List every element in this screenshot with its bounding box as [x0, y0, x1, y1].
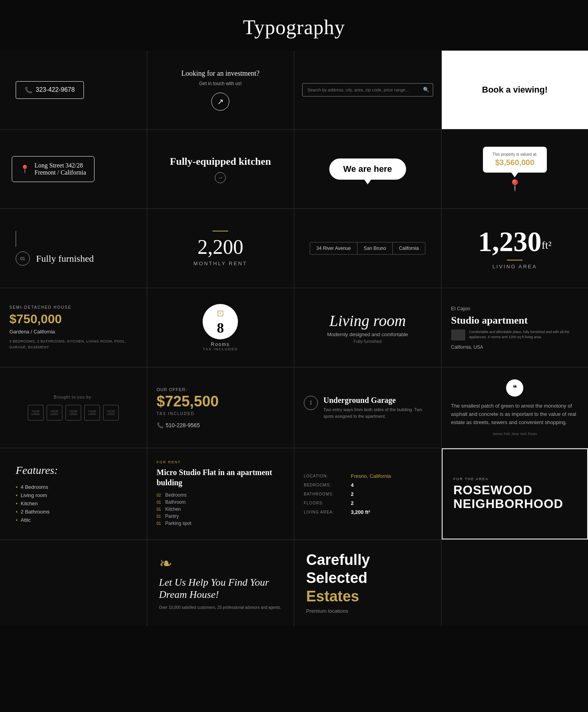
studio-title: Studio apartment — [451, 315, 528, 326]
spec-area: LIVING AREA: 3,200 ft² — [304, 509, 370, 515]
rent-line — [212, 231, 228, 231]
logo-2: YOUR LOGO — [47, 405, 62, 421]
cell-dream: ❧ Let Us Help You Find Your Dream House!… — [147, 540, 294, 626]
carefully-estates: Estates — [306, 588, 359, 605]
explore-icon: → — [218, 175, 223, 181]
cell-neighborhood: FOR THE AREA ROSEWOOD NEIGHBORHOOD — [442, 448, 588, 539]
sqft-value: 1,230 — [478, 226, 542, 257]
micro-text-4: Pantry — [165, 514, 179, 519]
cell-empty-1 — [0, 540, 147, 626]
rooms-icon: ⊡ — [217, 308, 224, 319]
explore-button[interactable]: → — [215, 172, 226, 183]
offer-tax: TAX INCLUDED — [157, 412, 195, 416]
cell-micro: FOR RENT Micro Studio Flat in an apartme… — [147, 448, 294, 539]
rooms-label: Rooms — [211, 342, 230, 347]
sqft-label: LIVING AREA — [492, 264, 537, 270]
micro-text-1: Bedrooms — [165, 492, 187, 498]
dream-swirl-icon: ❧ — [159, 556, 172, 572]
dream-title: Let Us Help You Find Your Dream House! — [159, 576, 282, 601]
micro-num-5: 01 — [157, 521, 162, 526]
rooms-tag: TAX INCLUDED — [203, 347, 238, 351]
price-label: This property is valued at: — [492, 152, 537, 157]
phone-icon: 📞 — [25, 86, 33, 94]
spec-floors-value: 2 — [351, 500, 354, 506]
logo-5: YOUR LOGO — [103, 405, 119, 421]
cell-search: 🔍 — [294, 51, 441, 129]
spec-bathrooms: BATHROOMS: 2 — [304, 491, 354, 497]
micro-text-2: Bathroom — [165, 499, 186, 505]
cell-property: SEMI-DETACHED HOUSE $750,000 Gardena / C… — [0, 288, 147, 367]
micro-text-5: Parking spot — [165, 521, 192, 526]
spec-area-value: 3,200 ft² — [351, 509, 370, 515]
cell-studio: El Cajon Studio apartment Comfortable an… — [442, 288, 588, 367]
cell-rooms: ⊡ 8 Rooms TAX INCLUDED — [147, 288, 294, 367]
garage-info: Underground Garage Two entry ways from b… — [323, 396, 432, 419]
feature-4: ●2 Bathrooms — [16, 508, 50, 516]
micro-list: 02 Bedrooms 01 Bathroom 01 Kitchen 01 Pa… — [157, 492, 192, 528]
micro-tag: FOR RENT — [157, 460, 181, 464]
spec-area-label: LIVING AREA: — [304, 510, 347, 514]
quote-author: James Felt, New York Times — [492, 432, 537, 436]
spec-bathrooms-label: BATHROOMS: — [304, 492, 347, 496]
cell-quote: ❝ The smallest patch of green to arrest … — [442, 368, 588, 448]
carefully-line2: Selected — [306, 570, 367, 586]
garage-title: Underground Garage — [323, 396, 432, 405]
search-input[interactable] — [302, 83, 433, 97]
spec-floors: FLOORS: 2 — [304, 500, 354, 506]
micro-item-2: 01 Bathroom — [157, 499, 192, 505]
features-list: ●4 Bedrooms ●Living room ●Kitchen ●2 Bat… — [16, 483, 50, 524]
micro-num-4: 01 — [157, 514, 162, 519]
studio-desc-row: Comfortable and affordable place, fully … — [451, 330, 579, 341]
offer-phone: 📞 510-228-9565 — [157, 422, 200, 428]
garage-number: 1 — [304, 396, 318, 410]
search-icon: 🔍 — [423, 87, 429, 93]
furnished-line — [16, 231, 16, 247]
book-button[interactable]: Book a viewing! — [482, 85, 548, 95]
micro-title: Micro Studio Flat in an apartment buldin… — [157, 467, 285, 488]
investment-title: Looking for an investment? — [181, 69, 260, 78]
address-box: 📍 Long Street 342/28 Fremont / Californi… — [12, 156, 94, 182]
dream-subtitle: Over 10,000 satisfied customers, 25 prof… — [159, 605, 281, 610]
neighborhood-title: ROSEWOOD NEIGHBORHOOD — [454, 483, 577, 511]
cell-furnished: 01 Fully furnished — [0, 209, 147, 288]
cell-sqft: 1,230ft² LIVING AREA — [442, 209, 588, 288]
arrow-button[interactable]: ↗ — [211, 93, 229, 111]
property-location: Gardena / California — [9, 329, 55, 335]
tab-san-bruno[interactable]: San Bruno — [358, 242, 393, 254]
tab-california[interactable]: California — [393, 242, 425, 254]
sqft-unit: ft² — [542, 239, 552, 251]
property-features: 5 BEDROOMS, 2 BATHROOMS, KITCHEN, LIVING… — [9, 339, 137, 350]
micro-item-5: 01 Parking spot — [157, 521, 192, 526]
cell-specs: LOCATION: Fresno, California BEDROOMS: 4… — [294, 448, 441, 539]
here-label: We are here — [343, 164, 392, 174]
main-grid: 📞 323-422-9678 Looking for an investment… — [0, 51, 588, 626]
carefully-line1: Carefully — [306, 552, 370, 568]
arrow-icon: ↗ — [217, 97, 224, 106]
address-city: Fremont / California — [34, 169, 86, 176]
map-pin-icon: 📍 — [508, 179, 522, 192]
cell-address: 📍 Long Street 342/28 Fremont / Californi… — [0, 130, 147, 208]
phone-button[interactable]: 📞 323-422-9678 — [16, 81, 84, 99]
quote-icon: ❝ — [506, 379, 523, 397]
price-value: $3,560,000 — [492, 158, 537, 167]
address-tabs: 34 River Avenue San Bruno California — [310, 242, 425, 255]
cell-price: This property is valued at: $3,560,000 📍 — [442, 130, 588, 208]
features-title: Features: — [16, 464, 58, 477]
studio-thumbnail — [451, 330, 465, 341]
living-title: Living room — [329, 311, 406, 330]
garage-description: Two entry ways from both sides of the bu… — [323, 406, 432, 419]
here-bubble: We are here — [329, 158, 406, 180]
cell-investment: Looking for an investment? Get in touch … — [147, 51, 294, 129]
logo-3: YOUR LOGO — [65, 405, 81, 421]
spec-bathrooms-value: 2 — [351, 491, 354, 497]
tab-river-avenue[interactable]: 34 River Avenue — [310, 242, 358, 254]
furnished-label: Fully furnished — [36, 253, 94, 264]
logos-label: Brought to you by: — [54, 395, 93, 399]
bullet-icon: ● — [16, 502, 18, 505]
logo-1: YOUR LOGO — [28, 405, 44, 421]
rent-amount: 2,200 — [198, 237, 243, 257]
studio-country: California, USA — [451, 344, 483, 350]
cell-address-tabs: 34 River Avenue San Bruno California — [294, 209, 441, 288]
feature-2: ●Living room — [16, 491, 50, 499]
micro-text-3: Kitchen — [165, 506, 181, 512]
